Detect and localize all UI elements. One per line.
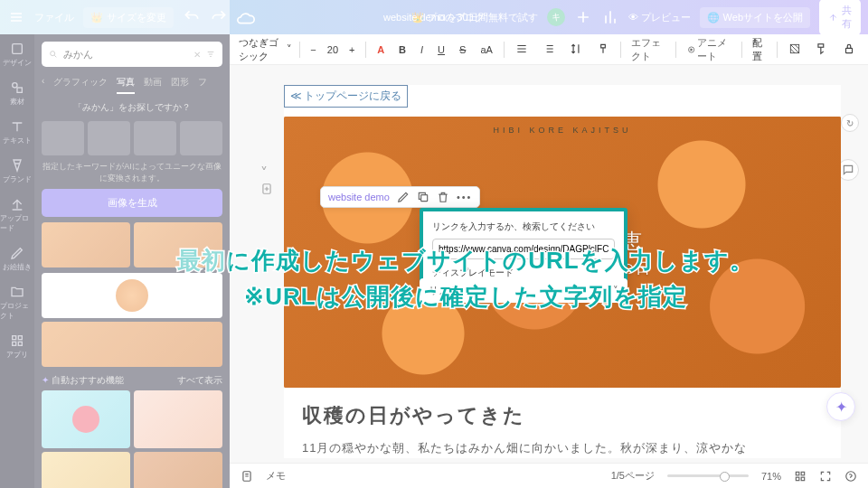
more-icon[interactable]: ••• — [457, 192, 473, 202]
avatar[interactable]: キ — [547, 8, 565, 26]
italic-button[interactable]: I — [417, 42, 427, 57]
svg-rect-16 — [801, 472, 805, 475]
bottom-bar: メモ 1/5ページ 71% — [230, 463, 868, 488]
sample-thumb[interactable] — [180, 121, 222, 155]
copy-icon[interactable] — [417, 191, 429, 203]
sample-thumb[interactable] — [134, 121, 176, 155]
selection-label[interactable]: website demo — [328, 192, 390, 202]
redo-icon[interactable] — [210, 8, 228, 26]
file-menu[interactable]: ファイル — [34, 11, 74, 24]
spacing-button[interactable] — [566, 41, 586, 59]
font-family-select[interactable]: つなぎゴシック ˅ — [239, 36, 292, 63]
recommend-thumb[interactable] — [134, 390, 222, 448]
sample-thumb[interactable] — [42, 121, 84, 155]
text-color-button[interactable]: A — [373, 42, 388, 57]
share-button[interactable]: 共有 — [819, 0, 861, 35]
tab-videos[interactable]: 動画 — [144, 76, 162, 94]
ai-prompt-question: 「みかん」をお探しですか？ — [42, 101, 222, 114]
case-button[interactable]: aA — [476, 42, 495, 57]
result-thumb-wide[interactable] — [42, 273, 222, 318]
back-link[interactable]: トップページに戻る — [284, 85, 408, 108]
tab-photos[interactable]: 写真 — [117, 76, 135, 94]
search-input[interactable] — [63, 49, 188, 60]
svg-point-19 — [846, 471, 856, 481]
svg-rect-6 — [18, 342, 22, 345]
result-thumb[interactable] — [42, 222, 130, 267]
svg-rect-11 — [845, 48, 852, 52]
recommend-thumb[interactable] — [42, 452, 130, 488]
svg-point-7 — [51, 52, 55, 56]
project-title[interactable]: website demoのブログ — [383, 11, 485, 24]
add-icon[interactable] — [574, 8, 592, 26]
add-page-icon[interactable] — [260, 183, 273, 199]
article-body[interactable]: 11月の穏やかな朝、私たちはみかん畑に向かいました。秋が深まり、涼やかな — [302, 438, 823, 458]
recommend-thumb[interactable] — [42, 390, 130, 448]
analytics-icon[interactable] — [601, 8, 619, 26]
publish-site-button[interactable]: 🌐 Webサイトを公開 — [700, 7, 810, 28]
see-all-link[interactable]: すべて表示 — [177, 374, 222, 387]
svg-rect-18 — [801, 477, 805, 481]
svg-rect-0 — [13, 44, 23, 54]
align-button[interactable] — [512, 41, 532, 59]
rail-brand[interactable]: ブランド — [3, 158, 32, 184]
resize-button[interactable]: 👑サイズを変更 — [83, 7, 174, 28]
tab-graphics[interactable]: グラフィック — [53, 76, 108, 94]
rail-draw[interactable]: お絵描き — [3, 246, 32, 272]
help-icon[interactable] — [844, 470, 857, 483]
side-panel: ✕ ‹ グラフィック 写真 動画 図形 フ 「みかん」をお探しですか？ 指定した… — [34, 34, 230, 488]
rail-elements[interactable]: 素材 — [10, 80, 24, 107]
font-size-value[interactable]: 20 — [327, 44, 338, 55]
menu-icon[interactable] — [7, 8, 25, 26]
rail-apps[interactable]: アプリ — [6, 333, 28, 360]
edit-icon[interactable] — [397, 191, 410, 203]
sample-thumb[interactable] — [88, 121, 130, 155]
generate-image-button[interactable]: 画像を生成 — [42, 189, 222, 217]
page-indicator[interactable]: 1/5ページ — [611, 469, 655, 483]
strikethrough-button[interactable]: S — [456, 42, 469, 57]
undo-icon[interactable] — [183, 8, 201, 26]
zoom-slider[interactable] — [667, 474, 749, 477]
delete-icon[interactable] — [437, 191, 449, 203]
tab-shapes[interactable]: 図形 — [171, 76, 189, 94]
filter-icon[interactable] — [206, 48, 215, 61]
vertical-text-button[interactable] — [593, 41, 613, 59]
notes-icon[interactable] — [241, 470, 253, 483]
fullscreen-icon[interactable] — [819, 470, 832, 483]
top-bar: ファイル 👑サイズを変更 website demoのブログ 👑 プロを30日間無… — [0, 0, 868, 34]
article-heading[interactable]: 収穫の日がやってきた — [302, 402, 823, 429]
page-refresh-icon[interactable]: ↻ — [841, 114, 859, 132]
lock-icon[interactable] — [839, 41, 859, 59]
rail-design[interactable]: デザイン — [3, 42, 32, 68]
link-url-input[interactable] — [432, 239, 615, 259]
text-toolbar: つなぎゴシック ˅ − 20 + A B I U S aA エフェクト アニメー… — [230, 34, 868, 65]
rail-projects[interactable]: プロジェクト — [0, 285, 34, 321]
rail-upload[interactable]: アップロード — [0, 197, 34, 233]
position-button[interactable]: 配置 — [749, 34, 769, 65]
tabs-prev-icon[interactable]: ‹ — [42, 76, 44, 94]
transparency-icon[interactable] — [785, 41, 805, 59]
list-button[interactable] — [539, 41, 559, 59]
svg-rect-15 — [796, 472, 799, 475]
display-mode-select[interactable]: リンク ˅ — [420, 278, 627, 303]
grid-view-icon[interactable] — [794, 470, 807, 483]
notes-label[interactable]: メモ — [266, 469, 286, 483]
result-thumb[interactable] — [134, 222, 222, 267]
animate-button[interactable]: アニメート — [684, 34, 734, 65]
bold-button[interactable]: B — [395, 42, 410, 57]
recommend-thumb[interactable] — [134, 452, 222, 488]
underline-button[interactable]: U — [434, 42, 448, 57]
clear-search-icon[interactable]: ✕ — [193, 50, 201, 60]
tab-more[interactable]: フ — [198, 76, 207, 94]
font-size-minus[interactable]: − — [307, 42, 319, 57]
search-icon — [49, 48, 58, 61]
rail-text[interactable]: テキスト — [3, 119, 32, 145]
cloud-sync-icon[interactable] — [237, 8, 255, 26]
effects-button[interactable]: エフェクト — [627, 34, 668, 65]
collapse-page-icon[interactable]: ˅ — [260, 164, 268, 182]
canvas-area[interactable]: ˅ ↻ トップページに戻る HIBI KORE KAJITSU みかん 自然の恵… — [230, 65, 868, 463]
copy-style-icon[interactable] — [812, 41, 832, 59]
result-thumb-wide[interactable] — [42, 322, 222, 367]
font-size-plus[interactable]: + — [345, 42, 358, 57]
ai-assist-button[interactable]: ✦ — [826, 392, 855, 421]
preview-button[interactable]: 👁 プレビュー — [628, 11, 691, 24]
